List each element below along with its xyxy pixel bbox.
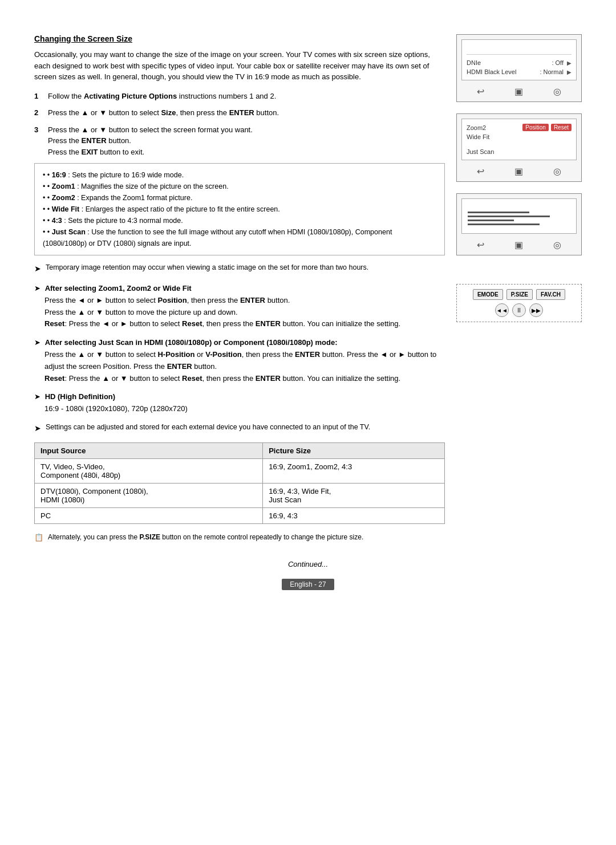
bottom-note-text: Alternately, you can press the P.SIZE bu…: [48, 532, 363, 543]
hdmi-label: HDMI Black Level: [467, 68, 516, 75]
justscan-row: Just Scan: [467, 147, 572, 156]
bullet-box: • 16:9 : Sets the picture to 16:9 wide m…: [34, 163, 445, 255]
bar-3: [468, 220, 514, 221]
bar-2: [468, 216, 550, 217]
zoom2-label: Zoom2: [467, 124, 486, 131]
subsection-zoom-title: ➤ After selecting Zoom1, Zoom2 or Wide F…: [34, 283, 445, 295]
panel-1-menu: DNIe : Off ▶ HDMI Black Level : Normal ▶: [456, 34, 582, 102]
note-block-1: ➤ Temporary image retention may occur wh…: [34, 262, 445, 275]
exit-icon-2: ◎: [553, 166, 561, 177]
bar-1: [468, 212, 529, 213]
table-cell-input-3: PC: [35, 507, 263, 523]
panel-3-inner: [461, 198, 577, 234]
right-column: DNIe : Off ▶ HDMI Black Level : Normal ▶: [456, 34, 582, 549]
footer: English - 27: [0, 579, 616, 590]
exit-icon: ◎: [553, 86, 561, 97]
panel-2-icons: ↩ ▣ ◎: [461, 164, 577, 177]
step-2: 2 Press the ▲ or ▼ button to select Size…: [34, 107, 445, 119]
settings-note: ➤ Settings can be adjusted and stored fo…: [34, 422, 445, 434]
step-3-text: Press the ▲ or ▼ button to select the sc…: [48, 124, 253, 158]
table-cell-input-1: TV, Video, S-Video,Component (480i, 480p…: [35, 458, 263, 483]
dnie-row: DNIe : Off ▶: [467, 58, 572, 67]
table-cell-size-2: 16:9, 4:3, Wide Fit,Just Scan: [263, 483, 445, 507]
remote-psize[interactable]: P.SIZE: [506, 289, 533, 300]
step-3-num: 3: [34, 124, 43, 158]
remote-box: EMODE P.SIZE FAV.CH ◄◄ II ▶▶: [456, 284, 582, 322]
hdmi-arrow: ▶: [567, 69, 572, 75]
panel-1-icons: ↩ ▣ ◎: [461, 84, 577, 97]
bottom-note: 📋 Alternately, you can press the P.SIZE …: [34, 532, 445, 543]
step-1-text: Follow the Activating Picture Options in…: [48, 91, 276, 102]
exit-icon-3: ◎: [553, 239, 561, 250]
table-header-picture: Picture Size: [263, 442, 445, 458]
bullet-item: • 16:9 : Sets the picture to 16:9 wide m…: [43, 169, 436, 181]
remote-favch[interactable]: FAV.CH: [536, 289, 565, 300]
table-header-input: Input Source: [35, 442, 263, 458]
left-column: Changing the Screen Size Occasionally, y…: [34, 34, 445, 549]
remote-row-top: EMODE P.SIZE FAV.CH: [473, 289, 565, 300]
panel-2-menu: Zoom2 Position Reset Wide Fit Just Scan: [456, 113, 582, 182]
hd-title: ➤ HD (High Definition): [34, 391, 445, 403]
bullet-item: • 4:3 : Sets the picture to 4:3 normal m…: [43, 215, 436, 226]
remote-emode[interactable]: EMODE: [473, 289, 503, 300]
hd-body: 16:9 - 1080i (1920x1080), 720p (1280x720…: [44, 403, 445, 415]
subsection-zoom-body: Press the ◄ or ► button to select Positi…: [44, 295, 445, 330]
settings-arrow: ➤: [34, 422, 41, 434]
bars-container: [467, 209, 572, 230]
table-cell-input-2: DTV(1080i), Component (1080i),HDMI (1080…: [35, 483, 263, 507]
step-1-num: 1: [34, 91, 43, 102]
subsection-justscan: ➤ After selecting Just Scan in HDMI (108…: [34, 337, 445, 384]
bullet-item: • Just Scan : Use the function to see th…: [43, 226, 436, 249]
widefit-row: Wide Fit: [467, 132, 572, 141]
subsection-justscan-body: Press the ▲ or ▼ button to select H-Posi…: [44, 349, 445, 384]
table-cell-size-3: 16:9, 4:3: [263, 507, 445, 523]
table-row: PC 16:9, 4:3: [35, 507, 445, 523]
step-2-num: 2: [34, 107, 43, 119]
remote-area: EMODE P.SIZE FAV.CH ◄◄ II ▶▶: [456, 278, 582, 322]
panel-2-inner: Zoom2 Position Reset Wide Fit Just Scan: [461, 119, 577, 160]
remote-rewind[interactable]: ◄◄: [495, 303, 509, 317]
return-icon-2: ↩: [477, 166, 484, 177]
bullet-list: • 16:9 : Sets the picture to 16:9 wide m…: [43, 169, 436, 249]
panel-1-inner: DNIe : Off ▶ HDMI Black Level : Normal ▶: [461, 39, 577, 80]
panel-3-icons: ↩ ▣ ◎: [461, 237, 577, 250]
menu-icon-2: ▣: [514, 166, 523, 177]
dnie-arrow: ▶: [567, 60, 572, 66]
dnie-value: : Off: [552, 59, 564, 66]
remote-pause[interactable]: II: [512, 303, 526, 317]
return-icon: ↩: [477, 86, 484, 97]
dnie-label: DNIe: [467, 59, 481, 66]
main-content: Changing the Screen Size Occasionally, y…: [0, 34, 616, 549]
widefit-label: Wide Fit: [467, 133, 489, 140]
hdmi-row: HDMI Black Level : Normal ▶: [467, 67, 572, 76]
table-row: TV, Video, S-Video,Component (480i, 480p…: [35, 458, 445, 483]
bar-4: [468, 224, 540, 225]
remote-row-bottom: ◄◄ II ▶▶: [495, 303, 543, 317]
zoom2-row: Zoom2 Position Reset: [467, 123, 572, 132]
position-btn[interactable]: Position: [522, 124, 549, 131]
input-picture-table: Input Source Picture Size TV, Video, S-V…: [34, 442, 445, 524]
reset-btn[interactable]: Reset: [551, 124, 572, 131]
subsection-justscan-title: ➤ After selecting Just Scan in HDMI (108…: [34, 337, 445, 349]
step-2-text: Press the ▲ or ▼ button to select Size, …: [48, 107, 279, 119]
page-container: Changing the Screen Size Occasionally, y…: [0, 0, 616, 845]
table-cell-size-1: 16:9, Zoom1, Zoom2, 4:3: [263, 458, 445, 483]
note-text-1: Temporary image retention may occur when…: [46, 262, 368, 275]
hdmi-value: : Normal: [540, 68, 564, 75]
bullet-item: • Wide Fit : Enlarges the aspect ratio o…: [43, 204, 436, 215]
hd-section: ➤ HD (High Definition) 16:9 - 1080i (192…: [34, 391, 445, 415]
menu-icon-3: ▣: [514, 239, 523, 250]
remote-forward[interactable]: ▶▶: [529, 303, 543, 317]
intro-text: Occasionally, you may want to change the…: [34, 49, 445, 83]
continued-text: Continued...: [0, 560, 616, 568]
menu-icon: ▣: [514, 86, 523, 97]
note-arrow-1: ➤: [34, 263, 41, 275]
table-row: DTV(1080i), Component (1080i),HDMI (1080…: [35, 483, 445, 507]
return-icon-3: ↩: [477, 239, 484, 250]
footer-badge: English - 27: [282, 579, 334, 590]
panel-3-sliders: ↩ ▣ ◎: [456, 193, 582, 255]
justscan-label: Just Scan: [467, 148, 494, 155]
bullet-item: • Zoom1 : Magnifies the size of the pict…: [43, 181, 436, 192]
subsection-zoom: ➤ After selecting Zoom1, Zoom2 or Wide F…: [34, 283, 445, 330]
section-title: Changing the Screen Size: [34, 34, 445, 43]
